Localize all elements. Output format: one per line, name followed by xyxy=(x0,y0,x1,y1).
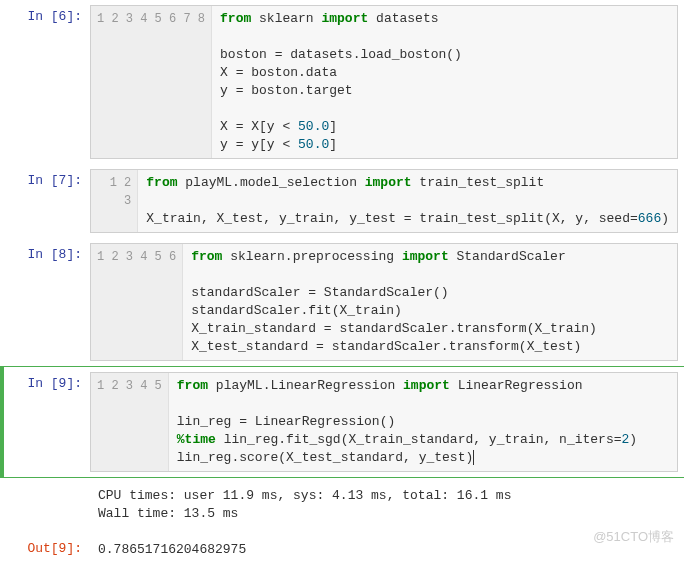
code-input-area[interactable]: 1 2 3 from playML.model_selection import… xyxy=(90,169,678,233)
output-prompt-empty xyxy=(0,483,90,527)
code-content[interactable]: from sklearn.preprocessing import Standa… xyxy=(183,244,605,360)
line-gutter: 1 2 3 4 5 6 7 8 xyxy=(91,6,212,158)
notebook-viewport: In [6]: 1 2 3 4 5 6 7 8 from sklearn imp… xyxy=(0,0,684,568)
input-prompt: In [7]: xyxy=(0,169,90,233)
input-prompt: In [8]: xyxy=(0,243,90,361)
output-cell: CPU times: user 11.9 ms, sys: 4.13 ms, t… xyxy=(0,478,684,532)
input-prompt: In [9]: xyxy=(4,372,90,472)
code-cell: In [6]: 1 2 3 4 5 6 7 8 from sklearn imp… xyxy=(0,0,684,164)
output-result: 0.78651716204682975 xyxy=(90,537,684,563)
line-gutter: 1 2 3 xyxy=(91,170,138,232)
code-cell: In [7]: 1 2 3 from playML.model_selectio… xyxy=(0,164,684,238)
output-text: CPU times: user 11.9 ms, sys: 4.13 ms, t… xyxy=(90,483,684,527)
code-content[interactable]: from playML.model_selection import train… xyxy=(138,170,677,232)
code-input-area[interactable]: 1 2 3 4 5 from playML.LinearRegression i… xyxy=(90,372,678,472)
code-input-area[interactable]: 1 2 3 4 5 6 from sklearn.preprocessing i… xyxy=(90,243,678,361)
code-content[interactable]: from sklearn import datasets boston = da… xyxy=(212,6,470,158)
code-cell: In [8]: 1 2 3 4 5 6 from sklearn.preproc… xyxy=(0,238,684,366)
code-content[interactable]: from playML.LinearRegression import Line… xyxy=(169,373,645,471)
code-input-area[interactable]: 1 2 3 4 5 6 7 8 from sklearn import data… xyxy=(90,5,678,159)
line-gutter: 1 2 3 4 5 6 xyxy=(91,244,183,360)
line-gutter: 1 2 3 4 5 xyxy=(91,373,169,471)
output-cell: Out[9]: 0.78651716204682975 xyxy=(0,532,684,568)
output-prompt: Out[9]: xyxy=(0,537,90,563)
selected-cell: In [9]: 1 2 3 4 5 from playML.LinearRegr… xyxy=(0,366,684,478)
input-prompt: In [6]: xyxy=(0,5,90,159)
